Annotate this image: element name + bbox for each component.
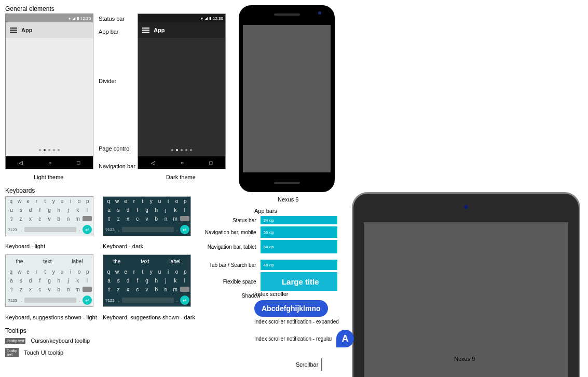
space-key[interactable] <box>122 227 174 232</box>
key-q[interactable]: q <box>104 198 113 204</box>
key-c[interactable]: c <box>133 287 142 292</box>
scrollbar-icon[interactable] <box>321 358 322 371</box>
shift-key[interactable]: ⇧ <box>104 216 114 222</box>
key-u[interactable]: u <box>155 198 163 204</box>
suggestion[interactable]: text <box>141 259 149 264</box>
key-b[interactable]: b <box>54 287 63 292</box>
suggestion[interactable]: the <box>16 259 23 264</box>
key-j[interactable]: j <box>63 207 73 213</box>
key-y[interactable]: y <box>147 198 155 204</box>
key-f[interactable]: f <box>35 207 45 213</box>
key-p[interactable]: p <box>84 269 92 275</box>
symbols-key[interactable]: ?123 <box>7 298 18 303</box>
key-w[interactable]: w <box>15 269 23 275</box>
key-l[interactable]: l <box>83 278 92 284</box>
key-a[interactable]: a <box>7 207 16 213</box>
comma-key[interactable]: , <box>20 298 23 303</box>
key-k[interactable]: k <box>73 278 83 284</box>
enter-key[interactable]: ↵ <box>180 225 189 234</box>
key-t[interactable]: t <box>41 269 49 275</box>
key-i[interactable]: i <box>164 198 172 204</box>
key-p[interactable]: p <box>181 269 189 275</box>
symbols-key[interactable]: ?123 <box>104 298 116 303</box>
key-r[interactable]: r <box>32 269 40 275</box>
enter-key[interactable]: ↵ <box>180 295 189 305</box>
key-x[interactable]: x <box>123 287 132 292</box>
key-b[interactable]: b <box>54 216 63 222</box>
shift-key[interactable]: ⇧ <box>7 287 16 292</box>
key-i[interactable]: i <box>164 269 172 275</box>
backspace-key[interactable] <box>83 216 92 221</box>
enter-key[interactable]: ↵ <box>83 295 92 305</box>
key-m[interactable]: m <box>171 287 180 292</box>
shift-key[interactable]: ⇧ <box>104 287 114 292</box>
keyboard-sugg-light[interactable]: thetextlabelqwertyuiopasdfghjkl⇧zxcvbnm?… <box>5 254 93 307</box>
key-p[interactable]: p <box>84 198 92 204</box>
key-f[interactable]: f <box>35 278 45 284</box>
key-z[interactable]: z <box>16 216 25 222</box>
key-i[interactable]: i <box>66 198 75 204</box>
key-o[interactable]: o <box>75 269 83 275</box>
key-h[interactable]: h <box>152 278 161 284</box>
key-a[interactable]: a <box>104 207 114 213</box>
backspace-key[interactable] <box>180 287 189 292</box>
back-icon[interactable]: ◁ <box>19 160 23 166</box>
key-s[interactable]: s <box>114 207 123 213</box>
key-p[interactable]: p <box>181 198 189 204</box>
key-a[interactable]: a <box>7 278 16 284</box>
key-w[interactable]: w <box>113 269 121 275</box>
key-b[interactable]: b <box>152 216 161 222</box>
key-v[interactable]: v <box>45 287 54 292</box>
key-z[interactable]: z <box>114 287 123 292</box>
key-k[interactable]: k <box>171 207 180 213</box>
key-u[interactable]: u <box>58 198 66 204</box>
space-key[interactable] <box>122 298 174 303</box>
key-y[interactable]: y <box>49 269 58 275</box>
suggestion[interactable]: the <box>113 259 120 264</box>
key-k[interactable]: k <box>73 207 83 213</box>
key-u[interactable]: u <box>58 269 66 275</box>
key-j[interactable]: j <box>161 278 170 284</box>
key-x[interactable]: x <box>123 216 132 222</box>
key-w[interactable]: w <box>15 198 23 204</box>
key-s[interactable]: s <box>16 278 25 284</box>
key-l[interactable]: l <box>180 207 189 213</box>
key-r[interactable]: r <box>130 198 138 204</box>
key-d[interactable]: d <box>25 207 35 213</box>
key-g[interactable]: g <box>142 278 152 284</box>
key-l[interactable]: l <box>180 278 189 284</box>
key-o[interactable]: o <box>172 198 181 204</box>
recent-icon[interactable]: □ <box>77 160 80 166</box>
key-u[interactable]: u <box>155 269 163 275</box>
key-s[interactable]: s <box>114 278 123 284</box>
key-h[interactable]: h <box>152 207 161 213</box>
key-x[interactable]: x <box>25 216 35 222</box>
key-c[interactable]: c <box>35 216 45 222</box>
key-r[interactable]: r <box>32 198 40 204</box>
key-v[interactable]: v <box>142 216 152 222</box>
period-key[interactable]: . <box>78 227 81 232</box>
key-s[interactable]: s <box>16 207 25 213</box>
suggestion[interactable]: text <box>43 259 51 264</box>
suggestion[interactable]: label <box>72 259 83 264</box>
keyboard-dark[interactable]: qwertyuiopasdfghjkl⇧zxcvbnm?123,.↵ <box>103 196 191 236</box>
back-icon[interactable]: ◁ <box>151 160 155 166</box>
key-j[interactable]: j <box>161 207 170 213</box>
key-l[interactable]: l <box>83 207 92 213</box>
keyboard-sugg-dark[interactable]: thetextlabelqwertyuiopasdfghjkl⇧zxcvbnm?… <box>103 254 191 307</box>
key-e[interactable]: e <box>121 198 130 204</box>
recent-icon[interactable]: □ <box>209 160 212 166</box>
period-key[interactable]: . <box>175 298 179 303</box>
key-a[interactable]: a <box>104 278 114 284</box>
enter-key[interactable]: ↵ <box>83 225 92 234</box>
key-n[interactable]: n <box>161 216 170 222</box>
key-y[interactable]: y <box>49 198 58 204</box>
key-c[interactable]: c <box>133 216 142 222</box>
key-r[interactable]: r <box>130 269 138 275</box>
key-e[interactable]: e <box>24 269 32 275</box>
key-n[interactable]: n <box>63 287 73 292</box>
key-w[interactable]: w <box>113 198 121 204</box>
backspace-key[interactable] <box>83 287 92 292</box>
key-x[interactable]: x <box>25 287 35 292</box>
key-e[interactable]: e <box>121 269 130 275</box>
